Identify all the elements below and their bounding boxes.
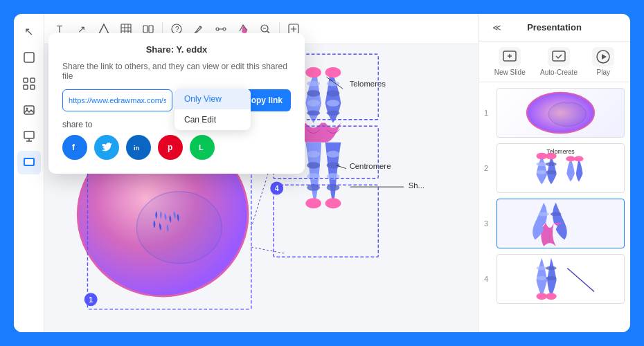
sidebar-icon-cursor[interactable]: ↖: [17, 19, 41, 43]
svg-point-23: [216, 28, 219, 30]
svg-point-94: [551, 212, 562, 216]
svg-text:1: 1: [89, 296, 93, 304]
social-icons: f in p L: [62, 135, 291, 160]
facebook-share-button[interactable]: f: [62, 135, 87, 160]
slide-thumb-3[interactable]: [497, 199, 625, 248]
svg-point-93: [538, 212, 549, 216]
svg-rect-5: [24, 106, 34, 114]
svg-point-42: [327, 100, 340, 106]
play-icon: [592, 47, 614, 66]
svg-line-75: [251, 247, 286, 253]
svg-text:L: L: [199, 143, 204, 152]
permission-dropdown-menu: Only View Can Edit: [175, 89, 251, 130]
svg-line-101: [567, 268, 594, 291]
svg-text:in: in: [134, 145, 139, 152]
slide-item-2[interactable]: 2 Telomeres: [484, 143, 625, 193]
sidebar-icon-image[interactable]: [17, 98, 41, 122]
svg-point-48: [327, 151, 340, 157]
new-slide-icon: [499, 47, 521, 66]
svg-point-89: [537, 170, 548, 174]
svg-point-86: [546, 153, 557, 160]
slide-number-3: 3: [484, 219, 492, 228]
left-sidebar: ↖: [14, 14, 44, 332]
svg-line-22: [200, 26, 202, 28]
slide-number-2: 2: [484, 164, 492, 172]
play-label: Play: [597, 69, 610, 76]
new-slide-label: New Slide: [494, 69, 526, 76]
svg-point-44: [307, 151, 320, 157]
panel-header: ≪ Presentation: [478, 14, 630, 42]
slide-number-1: 1: [484, 109, 492, 117]
presentation-panel: ≪ Presentation New Slide Auto-Create: [478, 14, 630, 332]
slide-thumb-1[interactable]: [497, 88, 625, 138]
svg-point-83: [548, 102, 586, 126]
svg-rect-1: [24, 78, 28, 82]
svg-text:f: f: [72, 143, 75, 152]
svg-point-52: [305, 67, 321, 78]
svg-marker-81: [602, 54, 607, 60]
dropdown-option-can-edit[interactable]: Can Edit: [175, 109, 251, 130]
svg-point-39: [307, 110, 320, 116]
svg-rect-0: [24, 53, 34, 62]
svg-point-37: [307, 90, 320, 96]
sidebar-icon-grid[interactable]: [17, 72, 41, 95]
svg-point-100: [546, 276, 557, 280]
sidebar-icon-shape[interactable]: [17, 46, 41, 69]
panel-title: Presentation: [527, 22, 582, 33]
new-slide-action[interactable]: New Slide: [494, 47, 526, 76]
svg-point-54: [305, 198, 321, 208]
link-input[interactable]: [62, 89, 172, 111]
svg-point-24: [223, 28, 226, 30]
svg-point-90: [546, 170, 557, 174]
pinterest-share-button[interactable]: p: [158, 135, 183, 160]
auto-create-label: Auto-Create: [540, 69, 578, 76]
sidebar-icon-present[interactable]: [17, 151, 41, 174]
slide-item-3[interactable]: 3: [484, 199, 625, 248]
svg-point-92: [574, 156, 584, 162]
svg-rect-4: [30, 85, 35, 89]
svg-text:?: ?: [175, 26, 179, 33]
svg-point-98: [546, 266, 557, 271]
svg-text:p: p: [168, 143, 172, 152]
slides-list: 1 2 Telomeres: [478, 82, 630, 332]
panel-toolbar: New Slide Auto-Create Play: [478, 42, 630, 82]
line-share-button[interactable]: L: [190, 135, 215, 160]
svg-point-95: [537, 293, 548, 300]
svg-rect-68: [274, 185, 378, 257]
slide-item-1[interactable]: 1: [484, 88, 625, 138]
svg-point-41: [327, 90, 340, 96]
collapse-button[interactable]: ≪: [487, 18, 506, 37]
svg-point-85: [537, 153, 548, 160]
linkedin-share-button[interactable]: in: [126, 135, 151, 160]
svg-rect-79: [553, 51, 565, 61]
svg-text:Telomeres: Telomeres: [350, 80, 386, 88]
svg-rect-2: [30, 78, 35, 82]
svg-point-53: [325, 67, 341, 78]
svg-rect-11: [25, 159, 33, 165]
slide-item-4[interactable]: 4: [484, 254, 625, 304]
slide-number-4: 4: [484, 275, 492, 283]
svg-point-88: [546, 162, 557, 166]
svg-point-49: [327, 162, 340, 168]
dropdown-option-only-view[interactable]: Only View: [175, 89, 251, 109]
svg-point-97: [537, 266, 548, 271]
svg-text:Centromere: Centromere: [350, 162, 391, 170]
svg-marker-12: [99, 24, 109, 34]
slide-thumb-4[interactable]: [497, 254, 625, 304]
dialog-title: Share: Y. eddx: [62, 44, 291, 55]
play-action[interactable]: Play: [592, 47, 614, 76]
svg-rect-18: [143, 26, 147, 33]
slide-thumb-2[interactable]: Telomeres: [497, 143, 625, 193]
svg-rect-19: [149, 26, 153, 33]
auto-create-icon: [548, 47, 570, 66]
auto-create-action[interactable]: Auto-Create: [540, 47, 578, 76]
main-window: ↖ T ↗: [14, 14, 630, 332]
sidebar-icon-slide[interactable]: [17, 125, 41, 148]
svg-rect-7: [24, 131, 34, 138]
svg-text:4: 4: [275, 185, 279, 192]
svg-text:Sh...: Sh...: [409, 181, 424, 190]
svg-point-99: [537, 276, 548, 280]
twitter-share-button[interactable]: [94, 135, 119, 160]
svg-point-87: [537, 162, 548, 166]
svg-point-45: [307, 162, 320, 168]
